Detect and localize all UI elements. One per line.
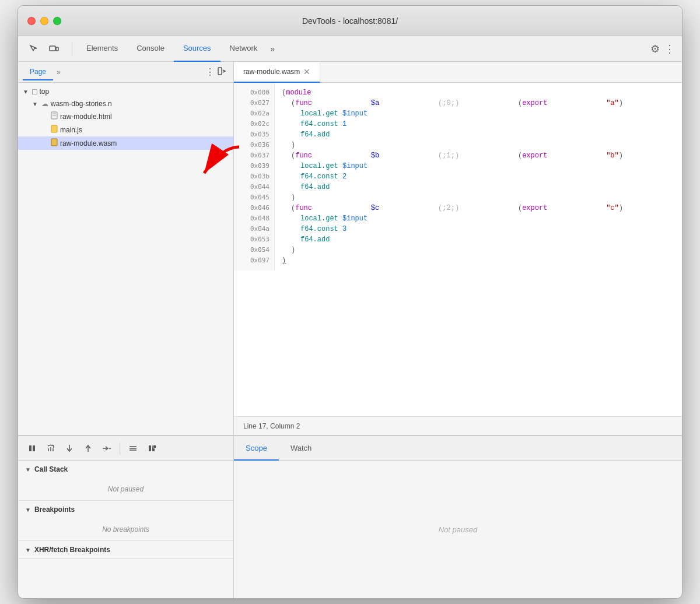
call-stack-status: Not paused (108, 485, 144, 493)
tree-label-wasm: raw-module.wasm (60, 139, 117, 148)
maximize-button[interactable] (53, 17, 61, 25)
code-line-15: f64.add (282, 234, 682, 245)
html-file-icon (51, 111, 58, 121)
close-button[interactable] (27, 17, 36, 25)
device-toolbar-icon[interactable] (45, 40, 62, 58)
line-num-4: 0x02c (234, 119, 274, 129)
tree-label-js: main.js (60, 126, 82, 134)
main-toolbar: Elements Console Sources Network » ⚙ ⋮ (18, 36, 682, 62)
editor-tabs: raw-module.wasm ✕ (234, 62, 682, 83)
editor-content[interactable]: 0x000 0x027 0x02a 0x02c 0x035 0x036 0x03… (234, 83, 682, 416)
step-out-button[interactable] (81, 441, 95, 455)
code-line-10: f64.add (282, 182, 682, 192)
line-num-3: 0x02a (234, 108, 274, 119)
js-file-icon (51, 125, 58, 135)
panel-tab-dots[interactable]: ⋮ (205, 66, 215, 78)
breakpoints-arrow: ▼ (25, 507, 31, 513)
scope-status: Not paused (439, 525, 478, 534)
line-num-5: 0x035 (234, 129, 274, 140)
line-num-8: 0x039 (234, 161, 274, 171)
call-stack-body: Not paused (18, 478, 233, 500)
file-tree-container: ▼ □ top ▼ ☁ wasm-dbg-stories.n (18, 83, 233, 152)
tree-label-domain: wasm-dbg-stories.n (51, 100, 112, 108)
debug-tabs: Scope Watch (234, 436, 682, 461)
svg-rect-0 (50, 46, 55, 51)
debugger-panels: ▼ Call Stack Not paused ▼ Breakpoints No… (18, 461, 233, 598)
tree-item-top[interactable]: ▼ □ top (18, 85, 233, 98)
line-num-16: 0x054 (234, 245, 274, 255)
wasm-file-icon (51, 138, 58, 148)
svg-rect-8 (51, 139, 57, 146)
minimize-button[interactable] (40, 17, 48, 25)
tab-watch[interactable]: Watch (279, 436, 323, 461)
svg-rect-10 (33, 445, 35, 451)
left-panel: Page » ⋮ (18, 62, 234, 435)
settings-icon[interactable]: ⚙ (650, 43, 660, 55)
main-content: Page » ⋮ (18, 62, 682, 435)
xhr-breakpoints-header[interactable]: ▼ XHR/fetch Breakpoints (18, 541, 233, 559)
domain-icon: ☁ (41, 100, 48, 108)
code-lines: (module (func $a (;0;) (export "a") (par… (275, 83, 682, 271)
inspect-icon[interactable] (25, 40, 43, 58)
line-num-15: 0x053 (234, 234, 274, 245)
tree-item-html[interactable]: raw-module.html (18, 110, 233, 123)
step-next-button[interactable] (100, 441, 114, 455)
call-stack-header[interactable]: ▼ Call Stack (18, 461, 233, 478)
line-num-10: 0x044 (234, 182, 274, 192)
tab-elements[interactable]: Elements (77, 36, 127, 62)
xhr-breakpoints-section: ▼ XHR/fetch Breakpoints (18, 541, 233, 559)
editor-tab-label: raw-module.wasm (243, 68, 300, 76)
panel-tab-collapse[interactable] (215, 65, 229, 79)
svg-rect-9 (29, 445, 32, 451)
line-num-17: 0x097 (234, 255, 274, 266)
file-tree: ▼ □ top ▼ ☁ wasm-dbg-stories.n (18, 83, 233, 152)
svg-rect-2 (218, 68, 222, 75)
breakpoints-header[interactable]: ▼ Breakpoints (18, 501, 233, 518)
toolbar-tabs: Elements Console Sources Network » (77, 36, 650, 62)
line-num-12: 0x046 (234, 203, 274, 213)
svg-rect-14 (149, 445, 151, 451)
svg-rect-7 (51, 125, 57, 132)
editor-tab-close[interactable]: ✕ (303, 67, 310, 76)
status-bar: Line 17, Column 2 Coverage: n/a ▼ (234, 416, 682, 435)
tab-sources[interactable]: Sources (174, 36, 220, 62)
tree-item-wasm[interactable]: raw-module.wasm (18, 136, 233, 150)
more-options-icon[interactable]: ⋮ (664, 43, 675, 55)
step-into-button[interactable] (62, 441, 76, 455)
deactivate-breakpoints-button[interactable] (126, 441, 140, 455)
devtools-window: DevTools - localhost:8081/ Elements Cons… (18, 5, 682, 599)
pause-on-exception-button[interactable] (145, 441, 159, 455)
panel-tabs: Page » ⋮ (18, 62, 233, 83)
tab-network[interactable]: Network (220, 36, 267, 62)
toolbar-divider (72, 42, 72, 56)
editor-tab-wasm[interactable]: raw-module.wasm ✕ (234, 62, 320, 83)
toolbar-icons (25, 40, 62, 58)
code-line-7: (func $b (;1;) (export "b") (param $inpu… (282, 150, 682, 161)
breakpoints-status: No breakpoints (102, 525, 149, 533)
tab-scope[interactable]: Scope (234, 436, 279, 461)
code-line-17: ) (282, 255, 682, 266)
editor-panel: raw-module.wasm ✕ 0x000 0x027 0x02a 0x02… (234, 62, 682, 435)
tree-item-js[interactable]: main.js (18, 123, 233, 136)
arrow-icon: ▼ (23, 89, 30, 95)
window-title: DevTools - localhost:8081/ (302, 16, 398, 26)
breakpoints-section: ▼ Breakpoints No breakpoints (18, 501, 233, 541)
toolbar-more-icon[interactable]: » (267, 42, 278, 56)
tab-console[interactable]: Console (127, 36, 174, 62)
step-over-button[interactable] (44, 441, 58, 455)
tree-label-html: raw-module.html (60, 113, 112, 121)
arrow-icon-domain: ▼ (32, 101, 39, 107)
line-num-11: 0x045 (234, 192, 274, 203)
toolbar-right: ⚙ ⋮ (650, 43, 675, 55)
line-num-13: 0x048 (234, 213, 274, 224)
pause-button[interactable] (25, 441, 39, 455)
code-area: 0x000 0x027 0x02a 0x02c 0x035 0x036 0x03… (234, 83, 682, 271)
titlebar: DevTools - localhost:8081/ (18, 6, 682, 36)
right-debugger: Scope Watch Not paused (234, 436, 682, 598)
tab-page[interactable]: Page (23, 64, 53, 80)
panel-tab-more[interactable]: » (53, 66, 64, 79)
line-num-1: 0x000 (234, 87, 274, 98)
debugger-toolbar (18, 436, 233, 461)
call-stack-section: ▼ Call Stack Not paused (18, 461, 233, 501)
tree-item-domain[interactable]: ▼ ☁ wasm-dbg-stories.n (18, 98, 233, 110)
